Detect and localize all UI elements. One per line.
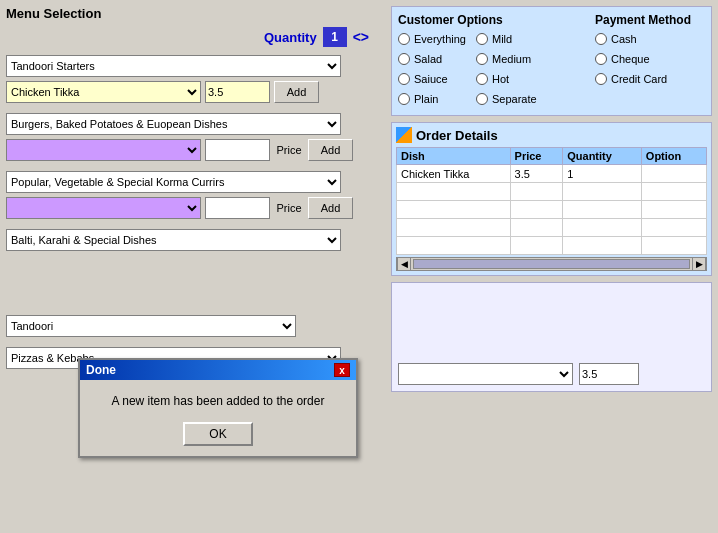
modal-body: A new item has been added to the order O… — [80, 380, 356, 456]
label-everything: Everything — [414, 33, 466, 45]
cell-dish-3 — [397, 201, 511, 219]
label-plain: Plain — [414, 93, 438, 105]
modal-titlebar: Done x — [80, 360, 356, 380]
cell-price-4 — [510, 219, 563, 237]
radio-sauce[interactable] — [398, 73, 410, 85]
payment-method-title: Payment Method — [595, 13, 705, 27]
radio-hot[interactable] — [476, 73, 488, 85]
cell-opt-1 — [641, 165, 706, 183]
quantity-label: Quantity — [264, 30, 317, 45]
price-label-3: Price — [274, 202, 304, 214]
order-details-title: Order Details — [416, 128, 498, 143]
label-medium: Medium — [492, 53, 531, 65]
cell-price-5 — [510, 237, 563, 255]
payment-options-col: Cash Cheque Credit Card — [595, 33, 705, 89]
option-everything[interactable]: Everything — [398, 33, 466, 45]
label-salad: Salad — [414, 53, 442, 65]
option-mild[interactable]: Mild — [476, 33, 537, 45]
cell-qty-5 — [563, 237, 642, 255]
bottom-price-input[interactable] — [579, 363, 639, 385]
category-row-1: Tandoori Starters — [6, 55, 379, 77]
item-select-1[interactable]: Chicken Tikka — [6, 81, 201, 103]
label-hot: Hot — [492, 73, 509, 85]
add-button-2[interactable]: Add — [308, 139, 353, 161]
cell-price-1: 3.5 — [510, 165, 563, 183]
category-row-4: Balti, Karahi & Special Dishes — [6, 229, 379, 251]
radio-everything[interactable] — [398, 33, 410, 45]
price-input-2[interactable] — [205, 139, 270, 161]
col-quantity: Quantity — [563, 148, 642, 165]
done-modal: Done x A new item has been added to the … — [78, 358, 358, 458]
category-select-5[interactable]: Tandoori — [6, 315, 296, 337]
cell-opt-2 — [641, 183, 706, 201]
right-panel: Customer Options Everything Salad — [385, 0, 718, 533]
scroll-thumb[interactable] — [413, 259, 690, 269]
spice-options-col: Mild Medium Hot Separate — [476, 33, 537, 109]
col-price: Price — [510, 148, 563, 165]
category-row-5: Tandoori — [6, 315, 379, 337]
customer-options-col1: Everything Salad Saiuce Plain — [398, 33, 466, 109]
radio-plain[interactable] — [398, 93, 410, 105]
add-button-3[interactable]: Add — [308, 197, 353, 219]
table-row-4 — [397, 219, 707, 237]
option-creditcard[interactable]: Credit Card — [595, 73, 705, 85]
cell-price-3 — [510, 201, 563, 219]
customer-options: Customer Options Everything Salad — [398, 13, 595, 109]
order-title-row: Order Details — [396, 127, 707, 143]
item-select-2[interactable] — [6, 139, 201, 161]
cell-qty-2 — [563, 183, 642, 201]
scroll-right-arrow[interactable]: ▶ — [692, 257, 706, 271]
order-table: Dish Price Quantity Option Chicken Tikka… — [396, 147, 707, 255]
radio-creditcard[interactable] — [595, 73, 607, 85]
bottom-input-row — [398, 363, 705, 385]
payment-method: Payment Method Cash Cheque Credit Card — [595, 13, 705, 109]
options-payment-section: Customer Options Everything Salad — [391, 6, 712, 116]
radio-separate[interactable] — [476, 93, 488, 105]
option-hot[interactable]: Hot — [476, 73, 537, 85]
item-select-3[interactable] — [6, 197, 201, 219]
label-cheque: Cheque — [611, 53, 650, 65]
modal-close-button[interactable]: x — [334, 363, 350, 377]
price-input-3[interactable] — [205, 197, 270, 219]
table-row-2 — [397, 183, 707, 201]
label-creditcard: Credit Card — [611, 73, 667, 85]
scroll-left-arrow[interactable]: ◀ — [397, 257, 411, 271]
category-select-1[interactable]: Tandoori Starters — [6, 55, 341, 77]
col-option: Option — [641, 148, 706, 165]
cell-opt-3 — [641, 201, 706, 219]
option-cheque[interactable]: Cheque — [595, 53, 705, 65]
table-scrollbar[interactable]: ◀ ▶ — [396, 257, 707, 271]
radio-medium[interactable] — [476, 53, 488, 65]
option-plain[interactable]: Plain — [398, 93, 466, 105]
col-dish: Dish — [397, 148, 511, 165]
table-row-5 — [397, 237, 707, 255]
radio-mild[interactable] — [476, 33, 488, 45]
add-button-1[interactable]: Add — [274, 81, 319, 103]
order-details-section: Order Details Dish Price Quantity Option… — [391, 122, 712, 276]
radio-cheque[interactable] — [595, 53, 607, 65]
table-row-1: Chicken Tikka 3.5 1 — [397, 165, 707, 183]
bottom-item-select[interactable] — [398, 363, 573, 385]
option-salad[interactable]: Salad — [398, 53, 466, 65]
modal-ok-button[interactable]: OK — [183, 422, 253, 446]
option-separate[interactable]: Separate — [476, 93, 537, 105]
price-label-2: Price — [274, 144, 304, 156]
quantity-arrows[interactable]: <> — [353, 29, 369, 45]
option-medium[interactable]: Medium — [476, 53, 537, 65]
cell-dish-5 — [397, 237, 511, 255]
category-select-3[interactable]: Popular, Vegetable & Special Korma Curri… — [6, 171, 341, 193]
category-row-3: Popular, Vegetable & Special Korma Curri… — [6, 171, 379, 193]
item-row-2: Price Add — [6, 139, 379, 161]
category-select-2[interactable]: Burgers, Baked Potatoes & Euopean Dishes — [6, 113, 341, 135]
bottom-section — [391, 282, 712, 392]
label-separate: Separate — [492, 93, 537, 105]
cell-dish-2 — [397, 183, 511, 201]
cell-opt-5 — [641, 237, 706, 255]
option-sauce[interactable]: Saiuce — [398, 73, 466, 85]
price-value-1: 3.5 — [205, 81, 270, 103]
category-select-4[interactable]: Balti, Karahi & Special Dishes — [6, 229, 341, 251]
option-cash[interactable]: Cash — [595, 33, 705, 45]
radio-salad[interactable] — [398, 53, 410, 65]
radio-cash[interactable] — [595, 33, 607, 45]
menu-selection-title: Menu Selection — [6, 6, 379, 21]
